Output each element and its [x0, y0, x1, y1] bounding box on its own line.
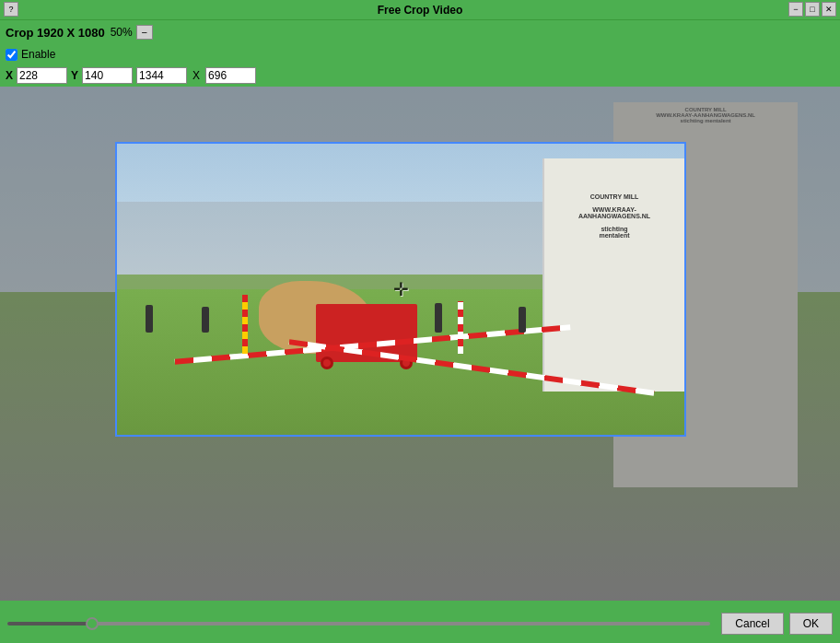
x-separator: X: [192, 69, 200, 82]
toolbar: Crop 1920 X 1080 50% −: [0, 20, 840, 44]
overlay-bottom: [115, 437, 686, 601]
title-bar: ? Free Crop Video − □ ✕: [0, 0, 840, 20]
truck-overlay: COUNTRY MILLWWW.KRAAY-AANHANGWAGENS.NLst…: [542, 158, 684, 392]
person-1: [146, 305, 153, 333]
slider-container[interactable]: [7, 622, 710, 625]
y-label: Y: [71, 69, 78, 82]
close-button[interactable]: ✕: [822, 2, 836, 17]
slider-thumb[interactable]: [86, 617, 99, 630]
coords-row: X Y X: [0, 64, 840, 87]
crop-dimensions-label: Crop 1920 X 1080: [6, 26, 105, 40]
cart-wheel-left: [321, 357, 333, 369]
enable-checkbox[interactable]: [6, 49, 18, 61]
minimize-button[interactable]: −: [788, 2, 803, 17]
title-buttons: − □ ✕: [788, 2, 836, 17]
width-input[interactable]: [136, 67, 187, 84]
cancel-button[interactable]: Cancel: [721, 613, 783, 635]
person-3: [435, 303, 442, 333]
crop-region[interactable]: COUNTRY MILLWWW.KRAAY-AANHANGWAGENS.NLst…: [115, 142, 686, 437]
enable-label[interactable]: Enable: [21, 48, 55, 61]
maximize-button[interactable]: □: [805, 2, 820, 17]
bottom-buttons: Cancel OK: [721, 613, 833, 635]
height-input[interactable]: [205, 67, 256, 84]
pole-red-right: [458, 301, 463, 354]
overlay-top: [115, 87, 686, 142]
window-title: Free Crop Video: [378, 4, 462, 17]
x-label: X: [6, 69, 13, 82]
y-input[interactable]: [82, 67, 133, 84]
video-scene: COUNTRY MILLWWW.KRAAY-AANHANGWAGENS.NLst…: [117, 144, 684, 435]
ok-button[interactable]: OK: [789, 613, 833, 635]
pole-yellow-left: [242, 295, 248, 353]
zoom-minus-button[interactable]: −: [136, 25, 153, 40]
overlay-left: [0, 87, 115, 601]
slider-track[interactable]: [7, 622, 710, 625]
enable-row: Enable: [0, 44, 840, 64]
main-content: COUNTRY MILLWWW.KRAAY-AANHANGWAGENS.NLst…: [0, 87, 840, 601]
x-input[interactable]: [17, 67, 67, 84]
person-2: [202, 307, 209, 333]
help-button[interactable]: ?: [4, 2, 18, 17]
person-4: [519, 307, 526, 333]
overlay-right: [686, 87, 840, 601]
zoom-level-label: 50%: [111, 26, 133, 39]
truck-text: COUNTRY MILLWWW.KRAAY-AANHANGWAGENS.NLst…: [552, 193, 678, 239]
slider-fill: [7, 622, 92, 625]
bottom-bar: Cancel OK: [0, 604, 840, 643]
